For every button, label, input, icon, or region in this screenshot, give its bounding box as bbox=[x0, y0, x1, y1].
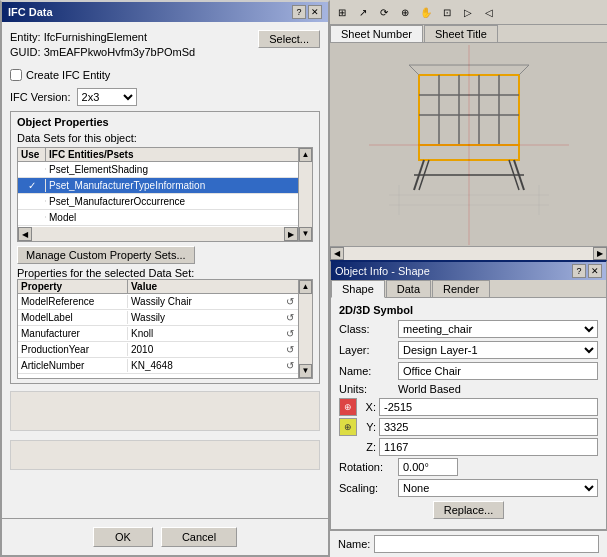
info-close-btn[interactable]: ✕ bbox=[588, 264, 602, 278]
name-row-bottom: Name: bbox=[330, 530, 607, 557]
props-cell-val: Knoll bbox=[128, 327, 282, 340]
props-row[interactable]: ArticleNumber KN_4648 ↺ bbox=[18, 358, 298, 374]
toolbar-btn-2[interactable]: ↗ bbox=[353, 2, 373, 22]
toolbar-btn-8[interactable]: ◁ bbox=[479, 2, 499, 22]
props-cell-prop: ModelLabel bbox=[18, 311, 128, 324]
viewport-scroll-track bbox=[344, 247, 593, 260]
props-row[interactable]: ModelLabel Wassily ↺ bbox=[18, 310, 298, 326]
object-info-titlebar: Object Info - Shape ? ✕ bbox=[331, 262, 606, 280]
props-cell-prop: ModelReference bbox=[18, 295, 128, 308]
tab-data[interactable]: Data bbox=[386, 280, 431, 297]
info-help-btn[interactable]: ? bbox=[572, 264, 586, 278]
refresh-icon[interactable]: ↺ bbox=[282, 328, 298, 339]
right-panel: ⊞ ↗ ⟳ ⊕ ✋ ⊡ ▷ ◁ Sheet Number Sheet Title bbox=[330, 0, 607, 557]
scroll-right-btn[interactable]: ▶ bbox=[284, 227, 298, 241]
scroll-left-btn[interactable]: ◀ bbox=[18, 227, 32, 241]
layer-label: Layer: bbox=[339, 344, 394, 356]
props-scroll-track bbox=[299, 294, 312, 364]
dataset-row[interactable]: Model bbox=[18, 210, 298, 226]
props-v-scrollbar[interactable]: ▲ ▼ bbox=[298, 280, 312, 378]
entity-block: Entity: IfcFurnishingElement GUID: 3mEAF… bbox=[10, 30, 258, 61]
props-scroll-up[interactable]: ▲ bbox=[299, 280, 312, 294]
top-toolbar: ⊞ ↗ ⟳ ⊕ ✋ ⊡ ▷ ◁ bbox=[330, 0, 607, 25]
entity-value: IfcFurnishingElement bbox=[44, 31, 147, 43]
cancel-button[interactable]: Cancel bbox=[161, 527, 237, 547]
tab-sheet-title[interactable]: Sheet Title bbox=[424, 25, 498, 42]
replace-button[interactable]: Replace... bbox=[433, 501, 505, 519]
ifc-version-label: IFC Version: bbox=[10, 91, 71, 103]
layer-row: Layer: Design Layer-1 bbox=[339, 341, 598, 359]
create-ifc-checkbox[interactable] bbox=[10, 69, 22, 81]
layer-select[interactable]: Design Layer-1 bbox=[398, 341, 598, 359]
col-ifc-entities: IFC Entities/Psets bbox=[46, 148, 298, 161]
object-info-title: Object Info - Shape bbox=[335, 265, 430, 277]
manage-btn[interactable]: Manage Custom Property Sets... bbox=[17, 246, 195, 264]
dataset-rows: Pset_ElementShading ✓ Pset_ManufacturerT… bbox=[18, 162, 298, 227]
scroll-down-btn[interactable]: ▼ bbox=[299, 227, 312, 241]
refresh-icon[interactable]: ↺ bbox=[282, 360, 298, 371]
props-row[interactable]: Manufacturer Knoll ↺ bbox=[18, 326, 298, 342]
dataset-row[interactable]: ✓ Pset_ManufacturerTypeInformation bbox=[18, 178, 298, 194]
refresh-icon[interactable]: ↺ bbox=[282, 344, 298, 355]
close-button[interactable]: ✕ bbox=[308, 5, 322, 19]
units-row: Units: World Based bbox=[339, 383, 598, 395]
toolbar-btn-3[interactable]: ⟳ bbox=[374, 2, 394, 22]
dataset-cell-use bbox=[18, 168, 46, 170]
props-cell-val: 2010 bbox=[128, 343, 282, 356]
x-input[interactable] bbox=[379, 398, 598, 416]
dataset-table-main: Use IFC Entities/Psets Pset_ElementShadi… bbox=[18, 148, 298, 241]
y-coord-icon: ⊕ bbox=[339, 418, 357, 436]
refresh-icon[interactable]: ↺ bbox=[282, 296, 298, 307]
toolbar-btn-6[interactable]: ⊡ bbox=[437, 2, 457, 22]
viewport-h-scroll[interactable]: ◀ ▶ bbox=[330, 246, 607, 260]
entity-info: Entity: IfcFurnishingElement bbox=[10, 30, 258, 45]
scaling-label: Scaling: bbox=[339, 482, 394, 494]
chair-3d-view bbox=[369, 45, 569, 245]
class-select[interactable]: meeting_chair bbox=[398, 320, 598, 338]
viewport-scroll-left[interactable]: ◀ bbox=[330, 247, 344, 260]
class-row: Class: meeting_chair bbox=[339, 320, 598, 338]
dataset-v-scrollbar[interactable]: ▲ ▼ bbox=[298, 148, 312, 241]
toolbar-btn-5[interactable]: ✋ bbox=[416, 2, 436, 22]
dataset-row[interactable]: Pset_ManufacturerOccurrence bbox=[18, 194, 298, 210]
props-row[interactable]: ProductionYear 2010 ↺ bbox=[18, 342, 298, 358]
toolbar-btn-4[interactable]: ⊕ bbox=[395, 2, 415, 22]
select-button[interactable]: Select... bbox=[258, 30, 320, 48]
tab-shape[interactable]: Shape bbox=[331, 280, 385, 298]
name-input[interactable]: Office Chair bbox=[398, 362, 598, 380]
dataset-h-scrollbar[interactable]: ◀ ▶ bbox=[18, 227, 298, 241]
viewport-scroll-right[interactable]: ▶ bbox=[593, 247, 607, 260]
tab-render[interactable]: Render bbox=[432, 280, 490, 297]
ifc-version-select[interactable]: 2x3 4 bbox=[77, 88, 137, 106]
props-row[interactable]: ModelReference Wassily Chair ↺ bbox=[18, 294, 298, 310]
sheet-tabs: Sheet Number Sheet Title bbox=[330, 25, 607, 43]
scaling-select[interactable]: None bbox=[398, 479, 598, 497]
props-scroll-down[interactable]: ▼ bbox=[299, 364, 312, 378]
name-bottom-input[interactable] bbox=[374, 535, 599, 553]
help-button[interactable]: ? bbox=[292, 5, 306, 19]
tab-sheet-number[interactable]: Sheet Number bbox=[330, 25, 423, 42]
viewport-area bbox=[330, 43, 607, 246]
x-coord-row: ⊕ X: bbox=[339, 398, 598, 416]
toolbar-btn-1[interactable]: ⊞ bbox=[332, 2, 352, 22]
rotation-input[interactable] bbox=[398, 458, 458, 476]
props-rows: ModelReference Wassily Chair ↺ ModelLabe… bbox=[18, 294, 298, 378]
name-row: Name: Office Chair bbox=[339, 362, 598, 380]
dataset-row[interactable]: Pset_ElementShading bbox=[18, 162, 298, 178]
dataset-cell-use bbox=[18, 216, 46, 218]
toolbar-btn-7[interactable]: ▷ bbox=[458, 2, 478, 22]
create-ifc-label: Create IFC Entity bbox=[26, 69, 110, 81]
y-input[interactable] bbox=[379, 418, 598, 436]
datasets-label: Data Sets for this object: bbox=[17, 132, 313, 144]
x-label: X: bbox=[360, 401, 376, 413]
z-input[interactable] bbox=[379, 438, 598, 456]
ok-button[interactable]: OK bbox=[93, 527, 153, 547]
refresh-icon[interactable]: ↺ bbox=[282, 312, 298, 323]
dataset-cell-name: Pset_ManufacturerOccurrence bbox=[46, 195, 298, 208]
prop-col-value: Value bbox=[128, 280, 298, 293]
scroll-up-btn[interactable]: ▲ bbox=[299, 148, 312, 162]
props-table-wrapper: Property Value ModelReference Wassily Ch… bbox=[17, 279, 313, 379]
props-cell-val: KN_4648 bbox=[128, 359, 282, 372]
dialog-title: IFC Data bbox=[8, 6, 53, 18]
dialog-titlebar: IFC Data ? ✕ bbox=[2, 2, 328, 22]
